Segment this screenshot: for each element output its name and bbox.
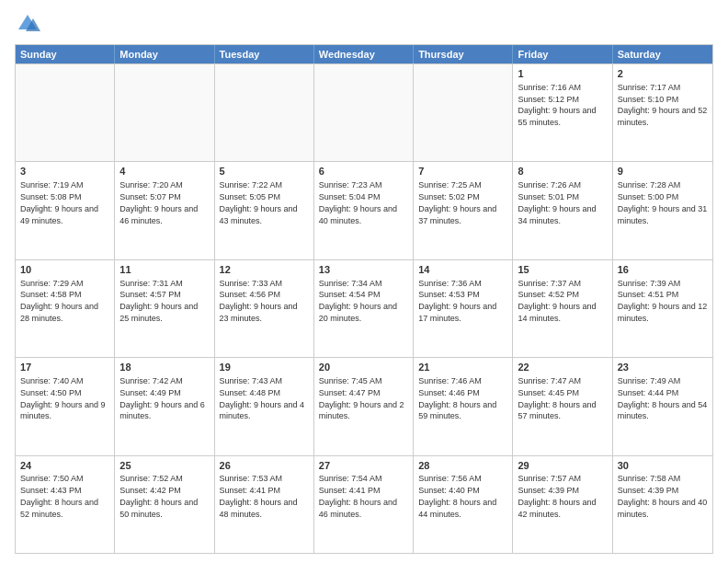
logo-icon bbox=[15, 11, 40, 37]
day-number: 27 bbox=[319, 459, 408, 473]
day-number: 10 bbox=[20, 263, 109, 277]
calendar-cell: 27Sunrise: 7:54 AM Sunset: 4:41 PM Dayli… bbox=[314, 456, 414, 553]
calendar-cell bbox=[215, 64, 314, 161]
day-number: 9 bbox=[618, 165, 708, 178]
calendar-cell: 15Sunrise: 7:37 AM Sunset: 4:52 PM Dayli… bbox=[513, 260, 612, 357]
calendar-cell bbox=[115, 64, 214, 161]
day-info: Sunrise: 7:39 AM Sunset: 4:51 PM Dayligh… bbox=[618, 279, 708, 323]
calendar-row: 1Sunrise: 7:16 AM Sunset: 5:12 PM Daylig… bbox=[16, 63, 712, 161]
day-number: 25 bbox=[119, 459, 209, 473]
day-number: 20 bbox=[319, 361, 408, 374]
calendar-cell: 16Sunrise: 7:39 AM Sunset: 4:51 PM Dayli… bbox=[613, 260, 712, 357]
calendar-cell: 22Sunrise: 7:47 AM Sunset: 4:45 PM Dayli… bbox=[513, 358, 612, 454]
day-info: Sunrise: 7:20 AM Sunset: 5:07 PM Dayligh… bbox=[119, 180, 198, 224]
calendar-cell: 5Sunrise: 7:22 AM Sunset: 5:05 PM Daylig… bbox=[215, 162, 314, 259]
day-info: Sunrise: 7:28 AM Sunset: 5:00 PM Dayligh… bbox=[618, 180, 708, 224]
calendar-cell: 9Sunrise: 7:28 AM Sunset: 5:00 PM Daylig… bbox=[613, 162, 712, 259]
calendar-body: 1Sunrise: 7:16 AM Sunset: 5:12 PM Daylig… bbox=[16, 63, 712, 553]
calendar-cell: 2Sunrise: 7:17 AM Sunset: 5:10 PM Daylig… bbox=[613, 64, 712, 161]
day-info: Sunrise: 7:22 AM Sunset: 5:05 PM Dayligh… bbox=[220, 180, 298, 224]
calendar-cell: 24Sunrise: 7:50 AM Sunset: 4:43 PM Dayli… bbox=[16, 456, 115, 553]
day-info: Sunrise: 7:17 AM Sunset: 5:10 PM Dayligh… bbox=[618, 83, 708, 127]
calendar-cell: 26Sunrise: 7:53 AM Sunset: 4:41 PM Dayli… bbox=[215, 456, 314, 553]
day-info: Sunrise: 7:19 AM Sunset: 5:08 PM Dayligh… bbox=[20, 180, 98, 224]
weekday-header: Monday bbox=[115, 45, 214, 63]
calendar-cell: 6Sunrise: 7:23 AM Sunset: 5:04 PM Daylig… bbox=[314, 162, 414, 259]
calendar-cell: 8Sunrise: 7:26 AM Sunset: 5:01 PM Daylig… bbox=[513, 162, 612, 259]
day-number: 13 bbox=[319, 263, 408, 277]
day-info: Sunrise: 7:29 AM Sunset: 4:58 PM Dayligh… bbox=[20, 279, 98, 323]
calendar-cell: 29Sunrise: 7:57 AM Sunset: 4:39 PM Dayli… bbox=[513, 456, 612, 553]
calendar-cell: 14Sunrise: 7:36 AM Sunset: 4:53 PM Dayli… bbox=[414, 260, 513, 357]
calendar-header: SundayMondayTuesdayWednesdayThursdayFrid… bbox=[16, 45, 712, 63]
day-number: 2 bbox=[618, 67, 708, 81]
day-number: 24 bbox=[20, 459, 109, 473]
day-info: Sunrise: 7:36 AM Sunset: 4:53 PM Dayligh… bbox=[418, 279, 496, 323]
day-number: 18 bbox=[119, 361, 209, 374]
day-info: Sunrise: 7:25 AM Sunset: 5:02 PM Dayligh… bbox=[418, 180, 496, 224]
day-number: 1 bbox=[518, 67, 607, 81]
day-number: 28 bbox=[418, 459, 507, 473]
calendar-cell: 3Sunrise: 7:19 AM Sunset: 5:08 PM Daylig… bbox=[16, 162, 115, 259]
calendar-cell: 28Sunrise: 7:56 AM Sunset: 4:40 PM Dayli… bbox=[414, 456, 513, 553]
day-number: 22 bbox=[518, 361, 607, 374]
calendar-cell: 1Sunrise: 7:16 AM Sunset: 5:12 PM Daylig… bbox=[513, 64, 612, 161]
calendar-cell: 7Sunrise: 7:25 AM Sunset: 5:02 PM Daylig… bbox=[414, 162, 513, 259]
day-number: 11 bbox=[119, 263, 209, 277]
calendar-row: 24Sunrise: 7:50 AM Sunset: 4:43 PM Dayli… bbox=[16, 455, 712, 553]
calendar-cell: 4Sunrise: 7:20 AM Sunset: 5:07 PM Daylig… bbox=[115, 162, 214, 259]
day-info: Sunrise: 7:40 AM Sunset: 4:50 PM Dayligh… bbox=[20, 376, 106, 420]
day-info: Sunrise: 7:45 AM Sunset: 4:47 PM Dayligh… bbox=[319, 376, 404, 420]
day-info: Sunrise: 7:23 AM Sunset: 5:04 PM Dayligh… bbox=[319, 180, 397, 224]
calendar-cell: 12Sunrise: 7:33 AM Sunset: 4:56 PM Dayli… bbox=[215, 260, 314, 357]
calendar-cell: 11Sunrise: 7:31 AM Sunset: 4:57 PM Dayli… bbox=[115, 260, 214, 357]
calendar-cell: 10Sunrise: 7:29 AM Sunset: 4:58 PM Dayli… bbox=[16, 260, 115, 357]
calendar-cell bbox=[314, 64, 414, 161]
day-number: 23 bbox=[618, 361, 708, 374]
weekday-header: Tuesday bbox=[215, 45, 314, 63]
calendar-cell: 13Sunrise: 7:34 AM Sunset: 4:54 PM Dayli… bbox=[314, 260, 414, 357]
day-number: 5 bbox=[220, 165, 309, 178]
day-number: 29 bbox=[518, 459, 607, 473]
calendar-row: 10Sunrise: 7:29 AM Sunset: 4:58 PM Dayli… bbox=[16, 259, 712, 357]
day-info: Sunrise: 7:34 AM Sunset: 4:54 PM Dayligh… bbox=[319, 279, 397, 323]
day-info: Sunrise: 7:56 AM Sunset: 4:40 PM Dayligh… bbox=[418, 474, 496, 518]
header bbox=[15, 11, 713, 37]
day-info: Sunrise: 7:16 AM Sunset: 5:12 PM Dayligh… bbox=[518, 83, 596, 127]
day-number: 26 bbox=[220, 459, 309, 473]
day-info: Sunrise: 7:46 AM Sunset: 4:46 PM Dayligh… bbox=[418, 376, 496, 420]
day-number: 30 bbox=[618, 459, 708, 473]
calendar-row: 3Sunrise: 7:19 AM Sunset: 5:08 PM Daylig… bbox=[16, 161, 712, 259]
day-info: Sunrise: 7:49 AM Sunset: 4:44 PM Dayligh… bbox=[618, 376, 708, 420]
calendar-row: 17Sunrise: 7:40 AM Sunset: 4:50 PM Dayli… bbox=[16, 357, 712, 454]
weekday-header: Friday bbox=[513, 45, 612, 63]
day-number: 21 bbox=[418, 361, 507, 374]
day-number: 19 bbox=[220, 361, 309, 374]
day-info: Sunrise: 7:43 AM Sunset: 4:48 PM Dayligh… bbox=[220, 376, 305, 420]
logo bbox=[15, 11, 44, 37]
day-number: 4 bbox=[119, 165, 209, 178]
calendar-cell: 25Sunrise: 7:52 AM Sunset: 4:42 PM Dayli… bbox=[115, 456, 214, 553]
calendar-cell: 20Sunrise: 7:45 AM Sunset: 4:47 PM Dayli… bbox=[314, 358, 414, 454]
day-info: Sunrise: 7:33 AM Sunset: 4:56 PM Dayligh… bbox=[220, 279, 298, 323]
weekday-header: Sunday bbox=[16, 45, 115, 63]
day-info: Sunrise: 7:52 AM Sunset: 4:42 PM Dayligh… bbox=[119, 474, 198, 518]
day-info: Sunrise: 7:26 AM Sunset: 5:01 PM Dayligh… bbox=[518, 180, 596, 224]
day-info: Sunrise: 7:54 AM Sunset: 4:41 PM Dayligh… bbox=[319, 474, 397, 518]
calendar-cell: 19Sunrise: 7:43 AM Sunset: 4:48 PM Dayli… bbox=[215, 358, 314, 454]
weekday-header: Saturday bbox=[613, 45, 712, 63]
day-number: 3 bbox=[20, 165, 109, 178]
calendar-cell: 18Sunrise: 7:42 AM Sunset: 4:49 PM Dayli… bbox=[115, 358, 214, 454]
calendar-cell: 21Sunrise: 7:46 AM Sunset: 4:46 PM Dayli… bbox=[414, 358, 513, 454]
calendar-cell bbox=[414, 64, 513, 161]
day-number: 17 bbox=[20, 361, 109, 374]
calendar: SundayMondayTuesdayWednesdayThursdayFrid… bbox=[15, 44, 713, 554]
day-info: Sunrise: 7:42 AM Sunset: 4:49 PM Dayligh… bbox=[119, 376, 205, 420]
day-info: Sunrise: 7:53 AM Sunset: 4:41 PM Dayligh… bbox=[220, 474, 298, 518]
day-number: 12 bbox=[220, 263, 309, 277]
day-info: Sunrise: 7:50 AM Sunset: 4:43 PM Dayligh… bbox=[20, 474, 98, 518]
day-number: 8 bbox=[518, 165, 607, 178]
calendar-cell: 17Sunrise: 7:40 AM Sunset: 4:50 PM Dayli… bbox=[16, 358, 115, 454]
weekday-header: Thursday bbox=[414, 45, 513, 63]
calendar-cell bbox=[16, 64, 115, 161]
